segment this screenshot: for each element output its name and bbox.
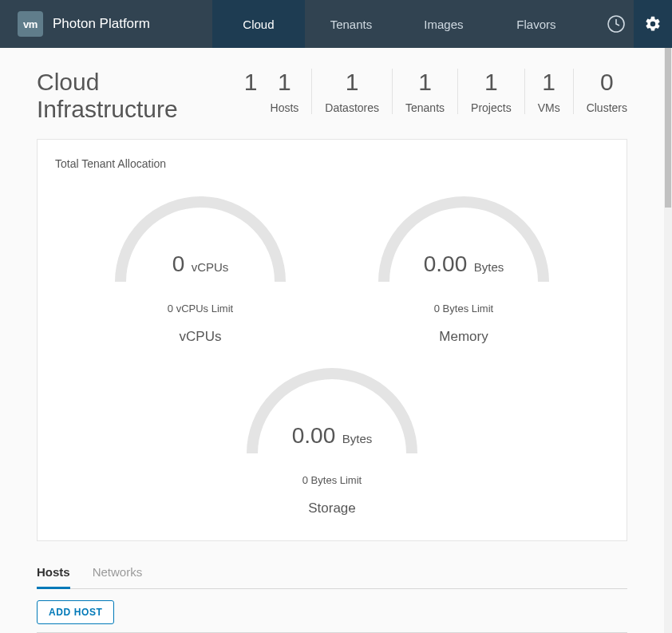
stat-label: Projects (471, 101, 512, 114)
stat-value: 1 (471, 69, 512, 95)
page-count: 1 (244, 69, 258, 96)
nav-item-flavors[interactable]: Flavors (490, 0, 583, 48)
gauge-arc: 0 vCPUs (97, 178, 304, 285)
tab-hosts[interactable]: Hosts (37, 559, 70, 589)
page-title: Cloud Infrastructure (37, 69, 233, 123)
add-host-button[interactable]: ADD HOST (37, 600, 114, 624)
gauge-value: 0.00 (292, 423, 336, 448)
gauge-value: 0 (172, 251, 185, 276)
main-content: Cloud Infrastructure 1 1 Hosts 1 Datasto… (0, 48, 664, 633)
stat-tenants[interactable]: 1 Tenants (393, 69, 458, 114)
stat-datastores[interactable]: 1 Datastores (312, 69, 393, 114)
gear-icon[interactable] (634, 0, 672, 48)
stat-value: 1 (405, 69, 445, 95)
stat-label: Datastores (325, 101, 379, 114)
stat-vms[interactable]: 1 VMs (525, 69, 574, 114)
stat-clusters[interactable]: 0 Clusters (574, 69, 627, 114)
gauge-storage: 0.00 Bytes 0 Bytes Limit Storage (200, 350, 464, 516)
stat-label: Tenants (405, 101, 445, 114)
gauge-arc: 0.00 Bytes (360, 178, 567, 285)
tab-networks[interactable]: Networks (93, 559, 143, 588)
stat-projects[interactable]: 1 Projects (458, 69, 525, 114)
gauge-unit: Bytes (474, 260, 504, 274)
allocation-title: Total Tenant Allocation (55, 157, 619, 170)
gauge-name: Memory (332, 329, 595, 345)
nav-items: Cloud Tenants Images Flavors (212, 0, 583, 48)
stats-bar: 1 Hosts 1 Datastores 1 Tenants 1 Project… (258, 69, 627, 114)
brand-logo: vm (18, 11, 43, 37)
page-header: Cloud Infrastructure 1 1 Hosts 1 Datasto… (0, 48, 664, 133)
gauge-memory: 0.00 Bytes 0 Bytes Limit Memory (332, 178, 595, 345)
gauge-unit: Bytes (342, 432, 373, 445)
nav-item-cloud[interactable]: Cloud (212, 0, 305, 48)
stat-value: 1 (271, 69, 299, 95)
scrollbar-track[interactable] (664, 48, 672, 633)
brand-title: Photon Platform (53, 16, 150, 32)
nav-item-tenants[interactable]: Tenants (305, 0, 397, 48)
gauge-limit: 0 vCPUs Limit (69, 303, 332, 315)
gauge-limit: 0 Bytes Limit (200, 474, 464, 486)
stat-label: Hosts (271, 101, 299, 114)
gauge-name: vCPUs (69, 329, 332, 345)
gauge-vcpus: 0 vCPUs 0 vCPUs Limit vCPUs (69, 178, 332, 345)
gauges: 0 vCPUs 0 vCPUs Limit vCPUs 0.00 Bytes (45, 173, 619, 516)
gauge-value: 0.00 (424, 251, 468, 276)
nav-item-images[interactable]: Images (397, 0, 490, 48)
content-tabs: Hosts Networks (37, 559, 627, 589)
allocation-card: Total Tenant Allocation 0 vCPUs 0 vCPUs … (37, 139, 627, 541)
stat-hosts[interactable]: 1 Hosts (258, 69, 313, 114)
scrollbar-thumb[interactable] (665, 48, 671, 208)
gauge-arc: 0.00 Bytes (228, 350, 436, 457)
gauge-name: Storage (200, 500, 464, 516)
stat-value: 1 (538, 69, 560, 95)
stat-value: 1 (325, 69, 379, 95)
clock-icon[interactable] (599, 0, 634, 48)
stat-value: 0 (587, 69, 627, 95)
brand[interactable]: vm Photon Platform (0, 0, 164, 48)
gauge-limit: 0 Bytes Limit (332, 303, 595, 315)
stat-label: VMs (538, 101, 560, 114)
stat-label: Clusters (587, 101, 627, 114)
top-nav: vm Photon Platform Cloud Tenants Images … (0, 0, 672, 48)
gauge-unit: vCPUs (192, 260, 229, 274)
